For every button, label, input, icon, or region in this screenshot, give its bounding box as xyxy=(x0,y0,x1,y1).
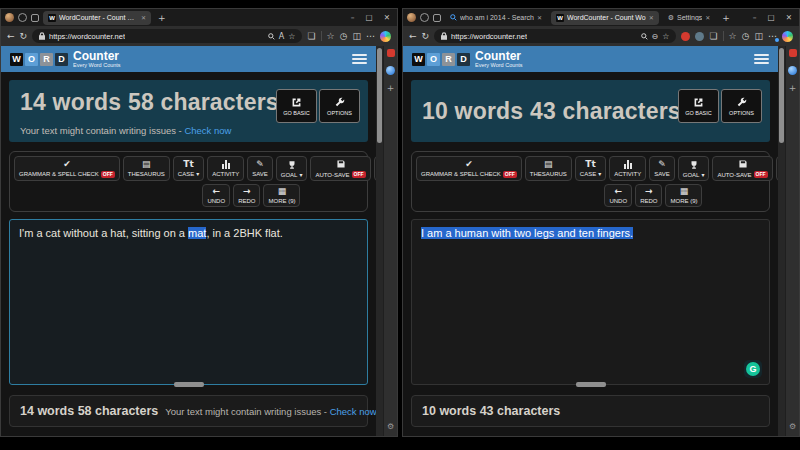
sidebar-settings-icon[interactable]: ⚙ xyxy=(789,422,796,431)
extension-icon-gray[interactable] xyxy=(695,32,704,41)
undo-button[interactable]: ← UNDO xyxy=(202,184,230,207)
scrollbar-thumb[interactable] xyxy=(377,48,382,143)
copilot-icon[interactable] xyxy=(782,31,793,42)
tab-close-icon[interactable]: ✕ xyxy=(141,14,146,21)
refresh-icon[interactable]: ↻ xyxy=(20,32,28,41)
grammar-spell-check-button[interactable]: ✔ GRAMMAR & SPELL CHECK OFF xyxy=(416,156,522,181)
maximize-button[interactable]: □ xyxy=(768,13,775,22)
page-scrollbar[interactable] xyxy=(376,46,383,436)
browser-essentials-icon[interactable]: ◫ xyxy=(754,32,763,41)
search-icon[interactable] xyxy=(268,33,275,40)
maximize-button[interactable]: □ xyxy=(366,13,373,22)
more-button[interactable]: ▦ MORE (9) xyxy=(263,184,300,207)
extension-icon-red[interactable] xyxy=(681,32,690,41)
save-button[interactable]: ✎ SAVE xyxy=(649,156,675,181)
workspaces-icon[interactable] xyxy=(18,13,27,22)
settings-more-icon[interactable]: ⋯ xyxy=(366,32,375,41)
auto-save-button[interactable]: AUTO-SAVE OFF xyxy=(712,156,772,181)
auto-save-button[interactable]: AUTO-SAVE OFF xyxy=(310,156,370,181)
goal-button[interactable]: GOAL ▾ xyxy=(276,156,308,181)
minimize-button[interactable]: – xyxy=(753,13,757,22)
text-editor[interactable]: I am a human with two legs and ten finge… xyxy=(411,219,770,385)
sidebar-add-icon[interactable]: + xyxy=(789,84,797,93)
page-scrollbar[interactable] xyxy=(778,46,785,436)
scrollbar-thumb[interactable] xyxy=(779,48,784,143)
split-screen-icon[interactable]: ❏ xyxy=(709,32,717,41)
refresh-icon[interactable]: ↻ xyxy=(422,32,430,41)
wordcounter-logo[interactable]: W O R D xyxy=(412,53,470,66)
thesaurus-button[interactable]: ▤ THESAURUS xyxy=(123,156,170,181)
history-icon[interactable]: ◷ xyxy=(340,32,348,41)
close-button[interactable]: ✕ xyxy=(384,13,390,22)
more-button[interactable]: ▦ MORE (9) xyxy=(665,184,702,207)
case-button[interactable]: Tt CASE ▾ xyxy=(575,156,606,181)
options-button[interactable]: OPTIONS xyxy=(721,89,762,123)
split-screen-icon[interactable]: ❏ xyxy=(307,32,315,41)
read-aloud-icon[interactable]: A xyxy=(279,32,284,41)
tab-close-icon[interactable]: ✕ xyxy=(649,14,654,21)
favorite-star-icon[interactable]: ☆ xyxy=(288,32,295,41)
hamburger-menu-icon[interactable] xyxy=(754,54,769,64)
case-button[interactable]: Tt CASE ▾ xyxy=(173,156,204,181)
tab-actions-icon[interactable] xyxy=(433,14,441,22)
profile-avatar[interactable] xyxy=(407,13,416,22)
redo-button[interactable]: → REDO xyxy=(233,184,260,207)
thesaurus-label: THESAURUS xyxy=(128,171,165,177)
hamburger-menu-icon[interactable] xyxy=(352,54,367,64)
sidebar-copilot-icon[interactable] xyxy=(386,66,395,75)
settings-more-icon[interactable]: ⋯ xyxy=(768,32,777,41)
back-icon[interactable]: ← xyxy=(409,32,417,41)
resize-handle[interactable] xyxy=(576,382,606,387)
new-tab-button[interactable]: + xyxy=(719,13,733,23)
activity-button[interactable]: ACTIVITY xyxy=(609,156,646,181)
sidebar-copilot-icon[interactable] xyxy=(788,66,797,75)
address-bar[interactable]: https://wordcounter.net A ☆ xyxy=(32,29,302,43)
activity-button[interactable]: ACTIVITY xyxy=(207,156,244,181)
sidebar-app-icon[interactable] xyxy=(789,49,797,57)
tracking-prevention-icon[interactable]: ⊖ xyxy=(652,32,659,41)
text-editor[interactable]: I'm a cat without a hat, sitting on a ma… xyxy=(9,219,368,385)
tab-close-icon[interactable]: ✕ xyxy=(705,14,710,21)
counter-panel: 14 words 58 characters Your text might c… xyxy=(9,80,368,142)
wrench-icon xyxy=(736,97,747,108)
thesaurus-button[interactable]: ▤ THESAURUS xyxy=(525,156,572,181)
grammarly-widget[interactable]: G xyxy=(744,360,762,378)
address-bar[interactable]: https://wordcounter.net ⊖ ☆ xyxy=(434,29,676,43)
new-tab-button[interactable]: + xyxy=(155,13,169,23)
grammar-spell-check-button[interactable]: ✔ GRAMMAR & SPELL CHECK OFF xyxy=(14,156,120,181)
favorite-star-icon[interactable]: ☆ xyxy=(662,32,669,41)
goal-button[interactable]: GOAL ▾ xyxy=(678,156,710,181)
sidebar-add-icon[interactable]: + xyxy=(387,84,395,93)
favorites-icon[interactable]: ☆ xyxy=(729,32,737,41)
close-button[interactable]: ✕ xyxy=(786,13,792,22)
go-basic-button[interactable]: GO BASIC xyxy=(678,89,719,123)
check-now-link[interactable]: Check now xyxy=(184,125,231,136)
tab-search[interactable]: who am i 2014 - Search ✕ xyxy=(445,11,547,25)
wordcounter-favicon: W xyxy=(556,14,564,22)
tab-settings[interactable]: ⚙ Settings ✕ xyxy=(663,11,716,25)
sidebar-settings-icon[interactable]: ⚙ xyxy=(387,422,394,431)
redo-button[interactable]: → REDO xyxy=(635,184,662,207)
favorites-icon[interactable]: ☆ xyxy=(327,32,335,41)
resize-handle[interactable] xyxy=(174,382,204,387)
back-icon[interactable]: ← xyxy=(7,32,15,41)
sidebar-app-icon[interactable] xyxy=(387,49,395,57)
tab-wordcounter[interactable]: W WordCounter - Count Words & C ✕ xyxy=(43,11,151,25)
undo-button[interactable]: ← UNDO xyxy=(604,184,632,207)
search-icon[interactable] xyxy=(641,33,648,40)
lock-icon xyxy=(441,32,447,40)
save-button[interactable]: ✎ SAVE xyxy=(247,156,273,181)
tab-close-icon[interactable]: ✕ xyxy=(537,14,542,21)
copilot-icon[interactable] xyxy=(380,31,391,42)
tab-actions-icon[interactable] xyxy=(31,14,39,22)
bottom-check-now-link[interactable]: Check now xyxy=(330,406,376,417)
browser-essentials-icon[interactable]: ◫ xyxy=(352,32,361,41)
minimize-button[interactable]: – xyxy=(351,13,355,22)
history-icon[interactable]: ◷ xyxy=(742,32,750,41)
workspaces-icon[interactable] xyxy=(420,13,429,22)
wordcounter-logo[interactable]: W O R D xyxy=(10,53,68,66)
profile-avatar[interactable] xyxy=(5,13,14,22)
options-button[interactable]: OPTIONS xyxy=(319,89,360,123)
tab-wordcounter[interactable]: W WordCounter - Count Wo ✕ xyxy=(551,11,659,25)
go-basic-button[interactable]: GO BASIC xyxy=(276,89,317,123)
